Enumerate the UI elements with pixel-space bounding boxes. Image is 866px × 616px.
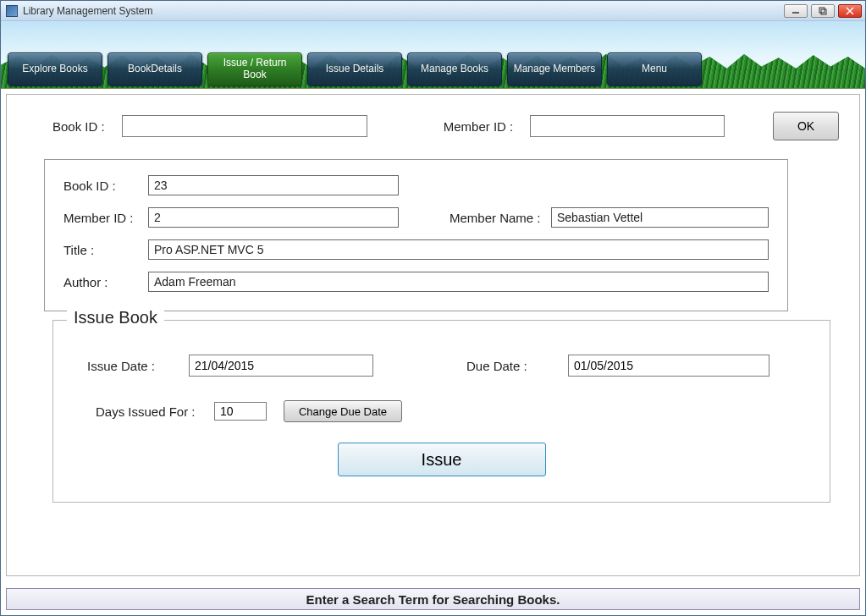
tab-manage-members[interactable]: Manage Members xyxy=(507,52,602,86)
change-due-date-button[interactable]: Change Due Date xyxy=(284,400,402,422)
detail-author-value: Adam Freeman xyxy=(148,272,769,292)
lookup-row: Book ID : Member ID : OK xyxy=(27,112,839,140)
ok-button-label: OK xyxy=(797,119,814,133)
tab-label: Explore Books xyxy=(22,63,87,75)
tab-label: Issue / Return Book xyxy=(213,58,296,81)
days-issued-label: Days Issued For : xyxy=(87,404,197,419)
status-bar: Enter a Search Term for Searching Books. xyxy=(6,588,860,610)
detail-title-value: Pro ASP.NET MVC 5 xyxy=(148,239,769,260)
tab-manage-books[interactable]: Manage Books xyxy=(407,52,502,86)
issue-date-input[interactable] xyxy=(189,355,373,377)
minimize-button[interactable] xyxy=(784,4,808,18)
tab-label: Issue Details xyxy=(326,63,384,75)
due-date-input[interactable] xyxy=(568,355,769,377)
maximize-button[interactable] xyxy=(811,4,835,18)
minimize-icon xyxy=(792,7,800,15)
ok-button[interactable]: OK xyxy=(773,112,839,140)
due-date-label: Due Date : xyxy=(466,359,551,373)
close-button[interactable] xyxy=(838,4,862,18)
window-title: Library Management System xyxy=(23,5,152,17)
status-text: Enter a Search Term for Searching Books. xyxy=(306,592,560,607)
member-id-input[interactable] xyxy=(530,115,725,137)
member-id-label: Member ID : xyxy=(444,119,514,134)
header-strip: Explore Books BookDetails Issue / Return… xyxy=(1,21,865,89)
book-id-input[interactable] xyxy=(122,115,367,137)
detail-author-label: Author : xyxy=(63,275,148,289)
issue-book-group: Issue Book Issue Date : Due Date : Days … xyxy=(52,320,830,503)
tab-book-details[interactable]: BookDetails xyxy=(108,52,202,86)
app-icon xyxy=(6,5,18,17)
svg-rect-1 xyxy=(819,8,825,13)
issue-button-label: Issue xyxy=(422,450,462,469)
detail-member-id-label: Member ID : xyxy=(63,211,148,225)
book-id-label: Book ID : xyxy=(52,119,105,134)
issue-button[interactable]: Issue xyxy=(338,443,546,476)
main-panel: Book ID : Member ID : OK Book ID : 23 Me… xyxy=(6,94,860,576)
titlebar: Library Management System xyxy=(1,1,865,21)
tab-label: BookDetails xyxy=(128,63,182,75)
detail-member-name-value: Sebastian Vettel xyxy=(551,207,769,228)
tab-label: Menu xyxy=(642,63,667,75)
tab-explore-books[interactable]: Explore Books xyxy=(8,52,102,86)
issue-date-label: Issue Date : xyxy=(87,359,172,373)
issue-book-legend: Issue Book xyxy=(67,308,164,327)
tab-issue-return-book[interactable]: Issue / Return Book xyxy=(207,52,302,86)
days-issued-input[interactable] xyxy=(214,402,267,421)
detail-book-id-value: 23 xyxy=(148,175,399,195)
maximize-icon xyxy=(819,7,827,15)
tab-label: Manage Members xyxy=(514,63,596,75)
tab-issue-details[interactable]: Issue Details xyxy=(307,52,402,86)
details-box: Book ID : 23 Member ID : 2 Member Name :… xyxy=(44,159,788,311)
content-area: Book ID : Member ID : OK Book ID : 23 Me… xyxy=(1,89,865,581)
nav-tabs: Explore Books BookDetails Issue / Return… xyxy=(8,52,702,86)
detail-title-label: Title : xyxy=(63,243,148,257)
change-due-date-label: Change Due Date xyxy=(299,405,387,418)
detail-book-id-label: Book ID : xyxy=(63,179,148,193)
tab-menu[interactable]: Menu xyxy=(607,52,702,86)
detail-member-name-label: Member Name : xyxy=(450,211,551,225)
close-icon xyxy=(846,7,854,15)
detail-member-id-value: 2 xyxy=(148,207,399,228)
window-controls xyxy=(784,4,862,18)
svg-rect-2 xyxy=(821,9,826,14)
app-window: Library Management System Explore Books … xyxy=(0,0,866,616)
tab-label: Manage Books xyxy=(421,63,488,75)
